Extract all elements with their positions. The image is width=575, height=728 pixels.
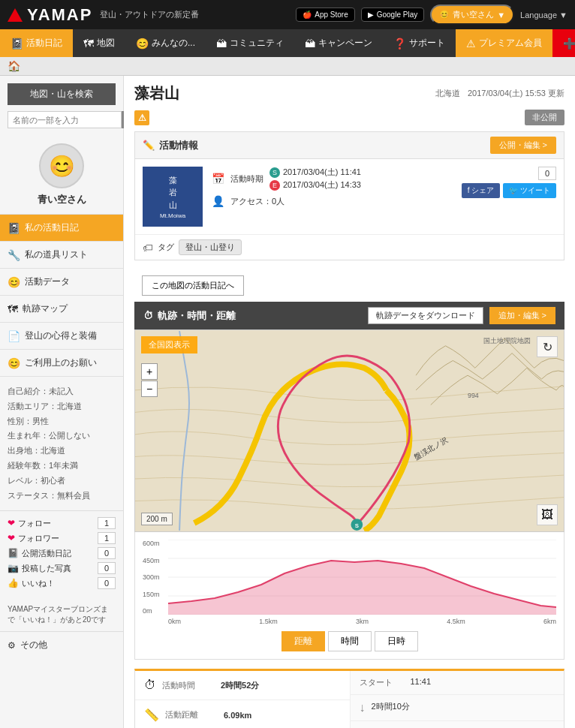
svg-text:994: 994 bbox=[468, 392, 479, 399]
sidebar-item-activity-data[interactable]: 😊 活動データ bbox=[0, 269, 123, 296]
language-button[interactable]: Language ▼ bbox=[520, 11, 567, 20]
follow-value: 1 bbox=[98, 517, 116, 529]
header: YAMAP 登山・アウトドアの新定番 🍎 App Store ▶ Google … bbox=[0, 0, 575, 29]
nav-item-campaign[interactable]: 🏔 キャンペーン bbox=[294, 29, 383, 57]
sidebar-stats: ❤ フォロー 1 ❤ フォロワー 1 📓 公開活動日記 0 bbox=[0, 511, 123, 598]
user-button[interactable]: 😊 青い空さん ▼ bbox=[430, 5, 514, 25]
clock-icon: ⏱ bbox=[143, 310, 153, 321]
chart-tab-time[interactable]: 時間 bbox=[328, 631, 372, 651]
access-row: 👤 アクセス：0人 bbox=[212, 195, 453, 207]
appstore-label: App Store bbox=[315, 11, 348, 19]
tag-label: タグ bbox=[158, 242, 174, 253]
sidebar-profile-info: 自己紹介：未記入 活動エリア：北海道 性別：男性 生まれ年：公開しない 出身地：… bbox=[0, 377, 123, 511]
chart-tabs: 距離 時間 日時 bbox=[143, 631, 556, 651]
map-scale: 200 m bbox=[141, 513, 173, 525]
chart-tab-date[interactable]: 日時 bbox=[375, 631, 418, 651]
stat-row-photos: 📷 投稿した写真 0 bbox=[8, 562, 116, 574]
follower-value: 1 bbox=[98, 532, 116, 544]
facebook-share-button[interactable]: f シェア bbox=[462, 183, 501, 198]
stat-row-diary: 📓 公開活動日記 0 bbox=[8, 547, 116, 559]
notebook-icon: 📓 bbox=[8, 548, 19, 558]
chart-inner bbox=[168, 540, 556, 615]
map-container: 全国図表示 + − ↻ 🖼 200 m 国土地理院地図 bbox=[134, 329, 564, 532]
nav-item-premium[interactable]: ⚠ プレミアム会員 bbox=[456, 29, 552, 57]
follower-label: ❤ フォロワー bbox=[8, 533, 59, 544]
add-edit-button[interactable]: 追加・編集 > bbox=[489, 307, 555, 324]
sidebar-menu: 📓 私の活動日記 🔧 私の道具リスト 😊 活動データ 🗺 軌跡マップ 📄 登山の… bbox=[0, 215, 123, 377]
sidebar: 地図・山を検索 🔍 😊 青い空さん 📓 私の活動日記 🔧 私の道具リスト 😊 活… bbox=[0, 76, 124, 728]
nav-item-support[interactable]: ❓ サポート bbox=[383, 29, 456, 57]
nav-map-label: 地図 bbox=[97, 37, 115, 50]
sidebar-user: 😊 青い空さん bbox=[0, 136, 123, 215]
stat-activity-time: ⏱ 活動時間 2時間52分 bbox=[135, 671, 350, 700]
diary-link-button[interactable]: この地図の活動日記へ bbox=[142, 275, 244, 296]
sidebar-diary-label: 私の活動日記 bbox=[25, 221, 79, 234]
tag-item[interactable]: 登山・山登り bbox=[179, 239, 242, 255]
heart-icon: ❤ bbox=[8, 518, 15, 528]
zoom-in-button[interactable]: + bbox=[141, 363, 158, 380]
diary-icon: 📓 bbox=[11, 38, 23, 50]
activity-card-body: 藻岩山 Mt.Moiwa 📅 活動時期 S 2017/03/04(土) 11:4… bbox=[135, 159, 564, 234]
sidebar-item-track-map[interactable]: 🗺 軌跡マップ bbox=[0, 296, 123, 323]
pencil-icon: ✏️ bbox=[143, 140, 155, 151]
premium-icon: ⚠ bbox=[466, 38, 476, 50]
chart-tab-distance[interactable]: 距離 bbox=[281, 631, 325, 651]
home-icon[interactable]: 🏠 bbox=[8, 60, 20, 72]
private-badge: 非公開 bbox=[525, 110, 564, 125]
activity-card: ✏️ 活動情報 公開・編集 > 藻岩山 Mt.Moiwa 📅 活動時期 bbox=[134, 131, 564, 260]
map-refresh-button[interactable]: ↻ bbox=[537, 336, 558, 357]
nav-item-forum[interactable]: 🏔 コミュニティ bbox=[206, 29, 294, 57]
sidebar-item-climbing-guide[interactable]: 📄 登山の心得と装備 bbox=[0, 323, 123, 350]
google-icon: ▶ bbox=[368, 11, 374, 19]
sidebar-item-diary[interactable]: 📓 私の活動日記 bbox=[0, 215, 123, 242]
profile-status: ステータス：無料会員 bbox=[8, 489, 116, 504]
download-track-button[interactable]: 軌跡データをダウンロード bbox=[368, 307, 483, 324]
nav-support-label: サポート bbox=[409, 37, 445, 50]
stat-row-likes: 👍 いいね！ 0 bbox=[8, 577, 116, 589]
map-credit: 国土地理院地図 bbox=[483, 336, 531, 346]
diary-menu-icon: 📓 bbox=[8, 222, 20, 234]
map-photo-button[interactable]: 🖼 bbox=[537, 504, 558, 525]
user-label: 青い空さん bbox=[453, 9, 494, 20]
sidebar-item-tools[interactable]: 🔧 私の道具リスト bbox=[0, 242, 123, 269]
activity-data-icon: 😊 bbox=[8, 276, 20, 288]
nav-item-community[interactable]: 😊 みんなの... bbox=[125, 29, 206, 57]
section-track-label: 軌跡・時間・距離 bbox=[158, 309, 236, 323]
sidebar-item-other[interactable]: ⚙ その他 bbox=[0, 632, 123, 658]
fb-label: シェア bbox=[471, 186, 494, 194]
photos-label: 📷 投稿した写真 bbox=[8, 563, 71, 574]
mountain-thumbnail: 藻岩山 Mt.Moiwa bbox=[143, 167, 203, 227]
chart-labels-y: 600m 450m 300m 150m 0m bbox=[143, 540, 165, 615]
profile-gender: 性別：男性 bbox=[8, 414, 116, 429]
sidebar-item-terms[interactable]: 😊 ご利用上のお願い bbox=[0, 350, 123, 377]
nav-campaign-label: キャンペーン bbox=[318, 37, 372, 50]
edit-button[interactable]: 公開・編集 > bbox=[490, 137, 556, 154]
activity-card-title: ✏️ 活動情報 bbox=[143, 139, 198, 152]
nav-item-map[interactable]: 🗺 地図 bbox=[73, 29, 125, 57]
likes-label: 👍 いいね！ bbox=[8, 578, 55, 589]
lang-chevron-icon: ▼ bbox=[559, 11, 567, 20]
nav-item-insurance[interactable]: ➕ アウトドア保険 bbox=[552, 29, 575, 57]
heart2-icon: ❤ bbox=[8, 533, 15, 543]
forum-icon: 🏔 bbox=[216, 38, 227, 50]
activity-info-label: 活動情報 bbox=[159, 139, 198, 152]
thumbsup-icon: 👍 bbox=[8, 578, 19, 588]
appstore-button[interactable]: 🍎 App Store bbox=[296, 8, 354, 22]
stats-left: ⏱ 活動時間 2時間52分 📏 活動距離 6.09km ↕ 高低差 376m ↑… bbox=[135, 671, 350, 728]
down-arrow-icon: ↓ bbox=[360, 701, 366, 714]
content-area: 地図・山を検索 🔍 😊 青い空さん 📓 私の活動日記 🔧 私の道具リスト 😊 活… bbox=[0, 76, 575, 728]
svg-text:S: S bbox=[355, 522, 359, 529]
section-actions: 軌跡データをダウンロード 追加・編集 > bbox=[368, 307, 555, 324]
page-title-row: 藻岩山 北海道 2017/03/04(土) 15:53 更新 bbox=[134, 83, 564, 104]
map-fullview-button[interactable]: 全国図表示 bbox=[141, 336, 197, 353]
twitter-share-button[interactable]: 🐦 ツイート bbox=[503, 183, 556, 198]
profile-experience: 経験年数：1年未満 bbox=[8, 459, 116, 474]
elevation-svg bbox=[168, 540, 556, 615]
page-region: 北海道 bbox=[435, 88, 460, 99]
zoom-out-button[interactable]: − bbox=[141, 381, 158, 397]
googleplay-button[interactable]: ▶ Google Play bbox=[361, 8, 424, 22]
warning-icon: ⚠ bbox=[134, 110, 149, 125]
nav-item-diary[interactable]: 📓 活動日記 bbox=[0, 29, 73, 57]
search-input[interactable] bbox=[8, 111, 122, 128]
activity-period-row: 📅 活動時期 S 2017/03/04(土) 11:41 E 2017/03/0… bbox=[212, 167, 453, 191]
